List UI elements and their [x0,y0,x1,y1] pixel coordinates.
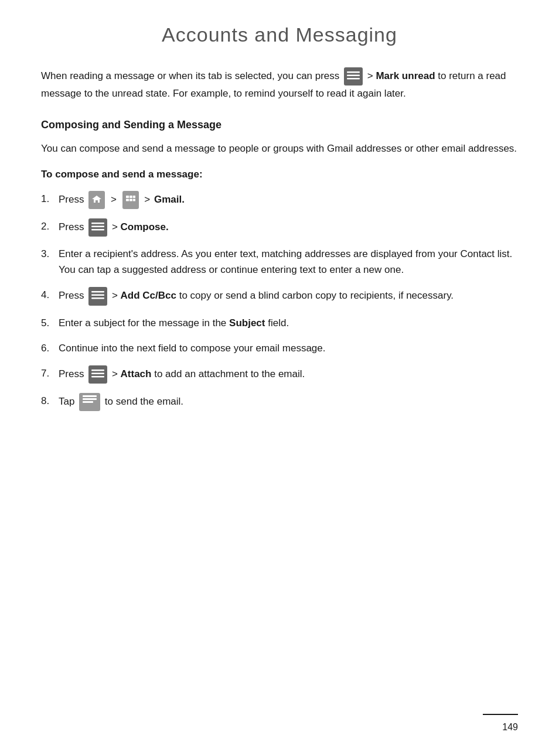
home-button-icon-step1 [88,191,105,209]
menu-button-icon-step4 [88,287,107,305]
svg-rect-8 [129,199,132,201]
svg-rect-12 [91,229,104,231]
step-5-content: Enter a subject for the message in the S… [59,315,518,331]
section-body: You can compose and send a message to pe… [41,141,518,156]
svg-rect-11 [91,225,104,227]
step-3-content: Enter a recipient's address. As you ente… [59,246,518,278]
step-3-number: 3. [41,246,59,262]
grid-button-icon-step1 [122,191,139,209]
step-4-number: 4. [41,287,59,303]
page-number: 149 [502,722,518,733]
step-5: 5. Enter a subject for the message in th… [41,315,518,331]
step-2-number: 2. [41,218,59,234]
sub-heading: To compose and send a message: [41,169,518,180]
page-divider [483,714,518,715]
send-button-icon-step8 [79,393,100,411]
section-heading: Composing and Sending a Message [41,119,518,131]
svg-rect-0 [347,71,360,73]
step-1-number: 1. [41,191,59,207]
intro-paragraph: When reading a message or when its tab i… [41,67,518,101]
step-7-number: 7. [41,365,59,381]
step-6: 6. Continue into the next field to compo… [41,340,518,356]
svg-rect-16 [91,370,104,371]
svg-rect-2 [347,78,360,80]
svg-rect-5 [129,196,132,198]
svg-rect-14 [91,295,104,296]
step-2: 2. Press > Compose. [41,218,518,237]
svg-rect-17 [91,372,104,374]
svg-rect-18 [91,376,104,378]
svg-rect-1 [347,75,360,77]
svg-rect-21 [83,401,93,403]
step-4: 4. Press > Add Cc/Bcc to copy or send a … [41,287,518,305]
svg-rect-9 [133,199,135,201]
svg-rect-6 [133,196,135,198]
steps-list: 1. Press > > Gmail. [41,191,518,412]
step-6-content: Continue into the next field to compose … [59,340,518,356]
svg-rect-15 [91,297,104,299]
menu-button-icon-intro [344,67,363,85]
svg-rect-4 [126,196,129,198]
page-title: Accounts and Messaging [41,23,518,46]
intro-text-before: When reading a message or when its tab i… [41,70,339,81]
menu-button-icon-step7 [88,365,107,384]
step-7-content: Press > Attach to add an attachment to t… [59,365,518,384]
step-5-number: 5. [41,315,59,331]
svg-rect-10 [91,223,104,224]
step-6-number: 6. [41,340,59,356]
step-8-content: Tap to send the email. [59,393,518,411]
svg-rect-7 [126,199,129,201]
svg-rect-13 [91,291,104,293]
step-8-number: 8. [41,393,59,409]
step-2-content: Press > Compose. [59,218,518,237]
step-7: 7. Press > Attach to add an attachment t… [41,365,518,384]
step-8: 8. Tap to send the email. [41,393,518,411]
step-1: 1. Press > > Gmail. [41,191,518,209]
svg-marker-3 [92,196,101,203]
step-4-content: Press > Add Cc/Bcc to copy or send a bli… [59,287,518,305]
step-1-content: Press > > Gmail. [59,191,518,209]
menu-button-icon-step2 [88,218,107,237]
svg-rect-19 [83,395,97,397]
step-3: 3. Enter a recipient's address. As you e… [41,246,518,278]
svg-rect-20 [83,398,97,400]
